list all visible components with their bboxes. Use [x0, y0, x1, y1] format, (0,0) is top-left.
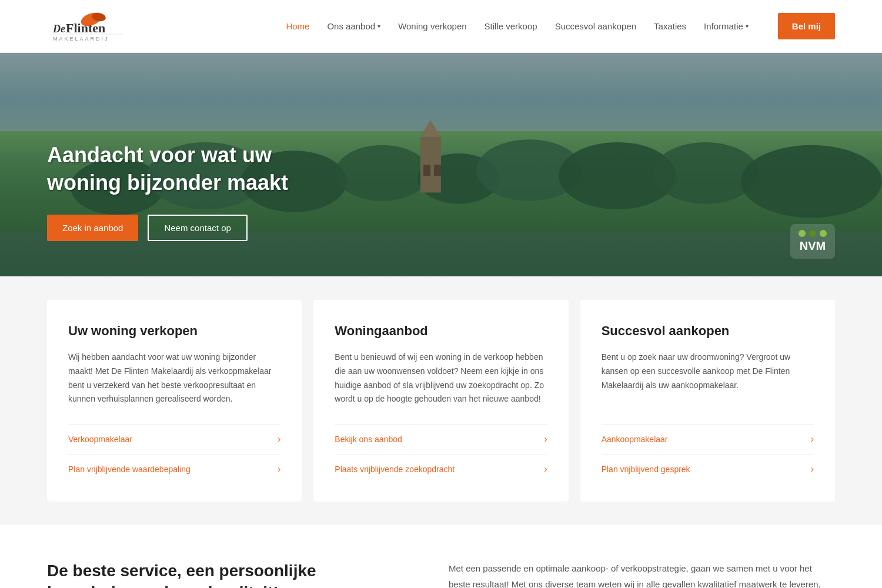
- cards-section: Uw woning verkopen Wij hebben aandacht v…: [0, 276, 882, 525]
- link-verkoopmakelaar[interactable]: Verkoopmakelaar ›: [68, 425, 280, 455]
- bottom-title: De beste service, een persoonlijke benad…: [47, 560, 402, 588]
- link-gesprek[interactable]: Plan vrijblijvend gesprek ›: [602, 455, 814, 484]
- contact-button[interactable]: Neem contact op: [148, 215, 247, 241]
- card-aankopen-links: Aankoopmakelaar › Plan vrijblijvend gesp…: [602, 424, 814, 484]
- nav-succesvol-aankopen[interactable]: Succesvol aankopen: [555, 21, 636, 31]
- card-verkopen-title: Uw woning verkopen: [68, 323, 280, 339]
- card-aankopen-body: Bent u op zoek naar uw droomwoning? Verg…: [602, 350, 814, 406]
- card-aankopen-title: Succesvol aankopen: [602, 323, 814, 339]
- arrow-icon: ›: [811, 434, 814, 445]
- bottom-left: De beste service, een persoonlijke benad…: [47, 560, 402, 588]
- hero-content: Aandacht voor wat uw woning bijzonder ma…: [47, 142, 341, 241]
- nav-informatie[interactable]: Informatie ▾: [704, 21, 749, 31]
- card-verkopen-links: Verkoopmakelaar › Plan vrijblijvende waa…: [68, 424, 280, 484]
- card-verkopen-body: Wij hebben aandacht voor wat uw woning b…: [68, 350, 280, 406]
- nav-woning-verkopen[interactable]: Woning verkopen: [398, 21, 466, 31]
- main-nav: Home Ons aanbod ▾ Woning verkopen Stille…: [286, 13, 835, 39]
- nvm-dot-3: [820, 230, 827, 237]
- card-aanbod-body: Bent u benieuwd of wij een woning in de …: [335, 350, 547, 406]
- nav-taxaties[interactable]: Taxaties: [654, 21, 686, 31]
- card-aanbod-title: Woningaanbod: [335, 323, 547, 339]
- nav-stille-verkoop[interactable]: Stille verkoop: [485, 21, 537, 31]
- arrow-icon: ›: [278, 464, 280, 475]
- arrow-icon: ›: [544, 434, 547, 445]
- logo-svg: De Flinten MAKELAARDIJ: [47, 9, 129, 44]
- bottom-right: Met een passende en optimale aankoop- of…: [449, 560, 835, 588]
- hero-buttons: Zoek in aanbod Neem contact op: [47, 215, 341, 241]
- link-waardebepaling[interactable]: Plan vrijblijvende waardebepaling ›: [68, 455, 280, 484]
- nvm-badge: NVM: [790, 224, 835, 259]
- site-header: De Flinten MAKELAARDIJ Home Ons aanbod ▾…: [0, 0, 882, 53]
- nav-ons-aanbod[interactable]: Ons aanbod ▾: [327, 21, 380, 31]
- card-aanbod: Woningaanbod Bent u benieuwd of wij een …: [313, 300, 568, 502]
- nvm-dot-1: [799, 230, 806, 237]
- nvm-dots: [799, 230, 827, 237]
- arrow-icon: ›: [544, 464, 547, 475]
- zoek-aanbod-button[interactable]: Zoek in aanbod: [47, 215, 138, 241]
- card-aankopen: Succesvol aankopen Bent u op zoek naar u…: [580, 300, 835, 502]
- link-aankoopmakelaar[interactable]: Aankoopmakelaar ›: [602, 425, 814, 455]
- nvm-label: NVM: [800, 239, 826, 253]
- svg-text:De: De: [52, 23, 65, 35]
- card-verkopen: Uw woning verkopen Wij hebben aandacht v…: [47, 300, 302, 502]
- hero-section: NVM Aandacht voor wat uw woning bijzonde…: [0, 53, 882, 276]
- arrow-icon: ›: [811, 464, 814, 475]
- link-bekijk-aanbod[interactable]: Bekijk ons aanbod ›: [335, 425, 547, 455]
- card-aanbod-links: Bekijk ons aanbod › Plaats vrijblijvende…: [335, 424, 547, 484]
- svg-text:MAKELAARDIJ: MAKELAARDIJ: [53, 36, 109, 42]
- nvm-dot-2: [809, 230, 816, 237]
- arrow-icon: ›: [278, 434, 280, 445]
- chevron-down-icon: ▾: [377, 23, 380, 29]
- bottom-section: De beste service, een persoonlijke benad…: [0, 525, 882, 588]
- svg-text:Flinten: Flinten: [66, 21, 105, 35]
- nav-home[interactable]: Home: [286, 21, 309, 31]
- bel-mij-button[interactable]: Bel mij: [778, 13, 835, 39]
- hero-title: Aandacht voor wat uw woning bijzonder ma…: [47, 142, 341, 197]
- chevron-down-icon-2: ▾: [746, 23, 749, 29]
- link-zoekopdracht[interactable]: Plaats vrijblijvende zoekopdracht ›: [335, 455, 547, 484]
- bottom-text: Met een passende en optimale aankoop- of…: [449, 560, 835, 588]
- logo[interactable]: De Flinten MAKELAARDIJ: [47, 9, 129, 44]
